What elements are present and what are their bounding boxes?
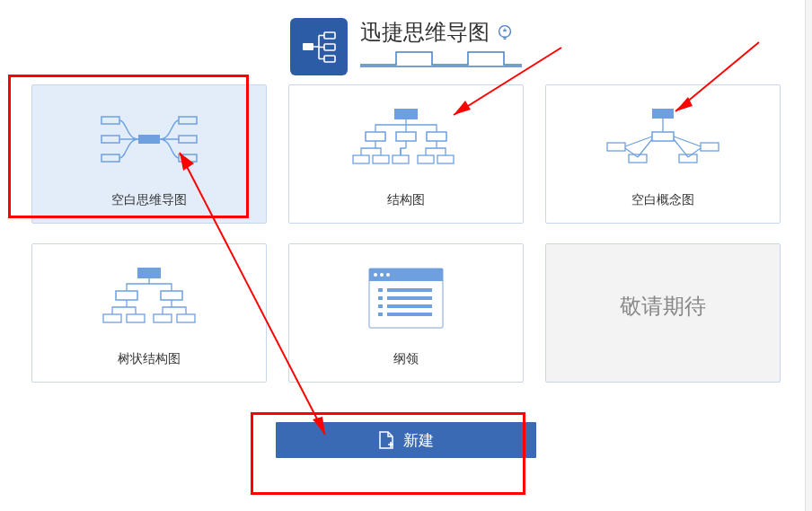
svg-rect-45 (378, 313, 383, 316)
svg-rect-46 (387, 313, 432, 316)
svg-rect-40 (387, 288, 432, 292)
placeholder-text: 敬请期待 (620, 292, 706, 321)
svg-rect-6 (102, 117, 119, 124)
svg-rect-23 (607, 143, 625, 151)
svg-rect-20 (437, 155, 454, 163)
svg-rect-10 (179, 136, 197, 143)
svg-rect-30 (103, 314, 121, 322)
svg-rect-33 (177, 314, 195, 322)
structure-icon (289, 85, 523, 192)
decor-line-icon (360, 47, 522, 68)
template-card-mindmap-blank[interactable]: 空白思维导图 (31, 84, 267, 224)
template-label: 纲领 (393, 351, 419, 367)
svg-rect-17 (373, 155, 389, 163)
svg-rect-3 (324, 56, 335, 62)
template-card-structure[interactable]: 结构图 (288, 84, 524, 224)
svg-rect-11 (179, 154, 197, 162)
svg-rect-25 (679, 154, 697, 163)
svg-rect-27 (137, 268, 161, 278)
svg-point-38 (386, 273, 390, 277)
svg-rect-16 (353, 155, 369, 163)
mindmap-blank-icon (32, 85, 266, 192)
svg-rect-31 (127, 314, 145, 322)
svg-rect-44 (387, 304, 432, 308)
svg-rect-15 (427, 132, 446, 141)
svg-rect-28 (116, 291, 137, 300)
template-card-concept-blank[interactable]: 空白概念图 (545, 84, 781, 224)
svg-rect-13 (366, 132, 385, 141)
svg-rect-9 (179, 117, 197, 124)
svg-rect-0 (303, 43, 313, 50)
svg-rect-24 (629, 154, 647, 163)
tree-icon (32, 244, 266, 351)
app-logo (290, 18, 348, 75)
template-card-tree[interactable]: 树状结构图 (31, 243, 267, 383)
template-grid: 空白思维导图 结构图 (0, 77, 812, 383)
template-label: 空白思维导图 (111, 192, 187, 208)
footer: 新建 (0, 422, 812, 458)
svg-rect-43 (378, 304, 383, 308)
svg-rect-42 (387, 296, 432, 300)
svg-rect-7 (102, 136, 119, 143)
svg-rect-26 (701, 143, 719, 151)
template-label: 结构图 (387, 192, 425, 208)
svg-rect-1 (324, 32, 335, 39)
window-right-edge (805, 0, 812, 511)
svg-rect-8 (102, 154, 119, 162)
svg-rect-18 (393, 155, 409, 163)
svg-rect-32 (154, 314, 172, 322)
svg-rect-5 (138, 135, 160, 144)
outline-icon (289, 244, 523, 351)
svg-rect-41 (378, 296, 383, 300)
create-button[interactable]: 新建 (276, 422, 536, 458)
svg-rect-2 (324, 44, 335, 50)
concept-blank-icon (546, 85, 780, 192)
mindmap-logo-icon (299, 27, 339, 66)
svg-rect-19 (418, 155, 434, 163)
svg-point-37 (380, 273, 384, 277)
svg-rect-22 (652, 132, 674, 141)
create-button-label: 新建 (403, 430, 434, 451)
svg-point-36 (374, 273, 377, 277)
svg-rect-14 (396, 132, 416, 141)
template-card-outline[interactable]: 纲领 (288, 243, 524, 383)
svg-rect-29 (161, 291, 182, 300)
app-title: 迅捷思维导图 (360, 18, 490, 47)
svg-rect-12 (394, 109, 418, 119)
template-label: 空白概念图 (631, 192, 694, 208)
svg-rect-21 (652, 109, 674, 119)
lightbulb-icon (495, 22, 515, 42)
template-card-placeholder: 敬请期待 (545, 243, 781, 383)
template-label: 树状结构图 (118, 351, 181, 367)
new-file-icon (378, 431, 394, 449)
header: 迅捷思维导图 (0, 0, 812, 75)
svg-rect-39 (378, 288, 383, 292)
